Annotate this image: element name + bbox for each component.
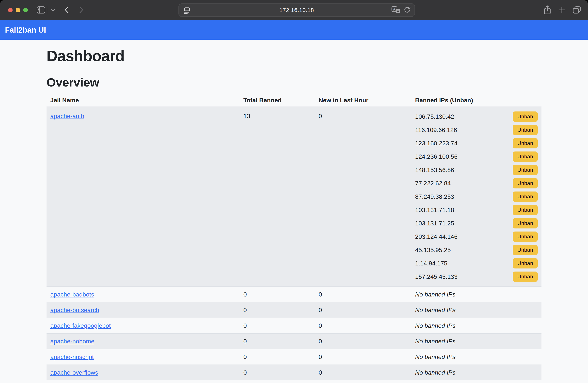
sidebar-toggle-icon (37, 6, 45, 14)
jail-link[interactable]: apache-overflows (50, 369, 98, 376)
table-header-row: Jail Name Total Banned New in Last Hour … (46, 94, 542, 107)
banned-ips-cell: 106.75.130.42Unban116.109.66.126Unban123… (411, 107, 542, 287)
chevron-down-icon (51, 9, 55, 12)
banned-ip-address: 157.245.45.133 (415, 272, 457, 281)
unban-button[interactable]: Unban (513, 178, 538, 188)
total-banned-cell: 0 (239, 333, 315, 349)
banned-ip-address: 123.160.223.74 (415, 139, 457, 148)
new-last-hour-cell: 0 (315, 318, 411, 333)
brand-title[interactable]: Fail2ban UI (5, 26, 46, 34)
banned-ip-row: 45.135.95.25Unban (415, 245, 538, 255)
jail-link[interactable]: apache-badbots (50, 291, 94, 298)
jail-link[interactable]: apache-noscript (50, 353, 94, 360)
banned-ips-cell: No banned IPs (411, 365, 542, 380)
no-banned-ips-label: No banned IPs (415, 322, 456, 329)
jail-link[interactable]: apache-auth (50, 113, 84, 120)
browser-chrome: 172.16.10.18 A (0, 0, 588, 20)
zoom-window-button[interactable] (23, 8, 28, 12)
jail-link[interactable]: apache-botsearch (50, 307, 99, 313)
new-last-hour-cell: 0 (315, 365, 411, 380)
new-tab-button[interactable] (558, 6, 566, 14)
traffic-lights (8, 8, 28, 12)
toolbar-separator (48, 6, 48, 14)
page-content: Dashboard Overview Jail Name Total Banne… (0, 40, 588, 383)
no-banned-ips-label: No banned IPs (415, 369, 456, 376)
banned-ips-cell: No banned IPs (411, 318, 542, 333)
translate-icon[interactable]: A (391, 5, 400, 15)
banned-ip-row: 106.75.130.42Unban (415, 111, 538, 122)
unban-button[interactable]: Unban (513, 125, 538, 135)
address-bar-actions: A (391, 4, 411, 16)
total-banned-cell: 0 (239, 349, 315, 365)
banned-ip-address: 103.131.71.25 (415, 219, 454, 228)
share-button[interactable] (543, 5, 551, 15)
page-title: Dashboard (46, 47, 542, 65)
no-banned-ips-label: No banned IPs (415, 338, 456, 345)
reload-icon[interactable] (403, 6, 411, 14)
banned-ip-address: 103.131.71.18 (415, 205, 454, 215)
jail-link[interactable]: apache-fakegooglebot (50, 322, 111, 329)
header-jail-name: Jail Name (46, 94, 239, 107)
table-row: apache-noscript00No banned IPs (46, 349, 542, 365)
table-row: apache-fakegooglebot00No banned IPs (46, 318, 542, 333)
table-row: apache-badbots00No banned IPs (46, 287, 542, 302)
main-container: Dashboard Overview Jail Name Total Banne… (46, 47, 542, 380)
jail-link[interactable]: apache-nohome (50, 338, 94, 345)
sidebar-menu-button[interactable] (51, 9, 55, 12)
unban-button[interactable]: Unban (513, 232, 538, 242)
address-bar[interactable]: 172.16.10.18 A (178, 3, 415, 17)
no-banned-ips-label: No banned IPs (415, 307, 456, 313)
unban-button[interactable]: Unban (513, 258, 538, 268)
back-button[interactable] (64, 6, 69, 14)
table-row: apache-botsearch00No banned IPs (46, 302, 542, 318)
new-last-hour-cell: 0 (315, 107, 411, 287)
close-window-button[interactable] (8, 8, 13, 12)
url-text[interactable]: 172.16.10.18 (179, 7, 415, 13)
banned-ip-address: 124.236.100.56 (415, 152, 457, 161)
unban-button[interactable]: Unban (513, 245, 538, 255)
unban-button[interactable]: Unban (513, 151, 538, 162)
banned-ip-row: 87.249.38.253Unban (415, 192, 538, 202)
section-title: Overview (46, 76, 542, 89)
table-row: apache-nohome00No banned IPs (46, 333, 542, 349)
banned-ip-address: 116.109.66.126 (415, 125, 457, 135)
window-controls-group (8, 0, 84, 20)
banned-ip-row: 1.14.94.175Unban (415, 258, 538, 268)
banned-ip-address: 87.249.38.253 (415, 192, 454, 201)
banned-ip-address: 203.124.44.146 (415, 232, 457, 241)
unban-button[interactable]: Unban (513, 218, 538, 228)
toolbar-right-group (543, 0, 581, 20)
banned-ips-cell: No banned IPs (411, 287, 542, 302)
unban-button[interactable]: Unban (513, 272, 538, 282)
banned-ip-address: 1.14.94.175 (415, 259, 447, 268)
banned-ip-row: 148.153.56.86Unban (415, 165, 538, 175)
banned-ip-row: 103.131.71.25Unban (415, 218, 538, 228)
banned-ip-row: 157.245.45.133Unban (415, 272, 538, 282)
total-banned-cell: 0 (239, 287, 315, 302)
banned-ip-address: 45.135.95.25 (415, 245, 451, 255)
jail-name-cell: apache-botsearch (46, 302, 239, 318)
new-last-hour-cell: 0 (315, 349, 411, 365)
unban-button[interactable]: Unban (513, 138, 538, 148)
unban-button[interactable]: Unban (513, 165, 538, 175)
sidebar-toggle-button[interactable] (37, 6, 45, 14)
unban-button[interactable]: Unban (513, 111, 538, 122)
tab-overview-button[interactable] (572, 6, 581, 15)
table-row: apache-auth130106.75.130.42Unban116.109.… (46, 107, 542, 287)
banned-ip-row: 124.236.100.56Unban (415, 151, 538, 162)
banned-ip-row: 103.131.71.18Unban (415, 205, 538, 215)
jails-table: Jail Name Total Banned New in Last Hour … (46, 94, 542, 380)
plus-icon (558, 6, 566, 14)
total-banned-cell: 13 (239, 107, 315, 287)
banned-ip-address: 106.75.130.42 (415, 112, 454, 121)
total-banned-cell: 0 (239, 302, 315, 318)
total-banned-cell: 0 (239, 365, 315, 380)
no-banned-ips-label: No banned IPs (415, 291, 456, 298)
jail-name-cell: apache-auth (46, 107, 239, 287)
unban-button[interactable]: Unban (513, 192, 538, 202)
minimize-window-button[interactable] (16, 8, 20, 12)
forward-icon (79, 6, 84, 14)
banned-ips-cell: No banned IPs (411, 349, 542, 365)
unban-button[interactable]: Unban (513, 205, 538, 215)
table-row: apache-overflows00No banned IPs (46, 365, 542, 380)
